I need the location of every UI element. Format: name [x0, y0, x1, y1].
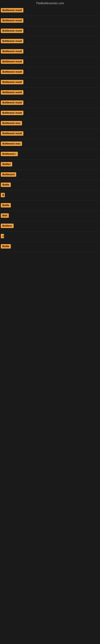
- bottleneck-badge-1[interactable]: Bottleneck result: [1, 8, 23, 12]
- result-item-7: Bottleneck result: [0, 67, 100, 78]
- result-item-10: Bottleneck result: [0, 98, 100, 108]
- bottleneck-badge-17[interactable]: Bottleneck: [1, 172, 16, 177]
- result-item-8: Bottleneck result: [0, 78, 100, 88]
- bottleneck-badge-6[interactable]: Bottleneck result: [1, 59, 23, 64]
- result-item-18: Bottle: [0, 180, 100, 190]
- site-title: TheBottlenecker.com: [0, 0, 100, 6]
- result-item-13: Bottleneck result: [0, 129, 100, 139]
- bottleneck-badge-11[interactable]: Bottleneck result: [1, 111, 23, 115]
- result-item-5: Bottleneck result: [0, 47, 100, 57]
- bottleneck-badge-21[interactable]: Bott: [1, 213, 9, 218]
- bottleneck-badge-15[interactable]: Bottleneck r: [1, 152, 18, 156]
- result-item-22: Bottlens: [0, 221, 100, 232]
- bottleneck-badge-22[interactable]: Bottlens: [1, 224, 14, 228]
- bottleneck-badge-18[interactable]: Bottle: [1, 182, 11, 187]
- bottleneck-badge-2[interactable]: Bottleneck result: [1, 18, 23, 23]
- result-item-1: Bottleneck result: [0, 6, 100, 16]
- result-item-3: Bottleneck result: [0, 26, 100, 36]
- bottleneck-badge-24[interactable]: Bottle: [1, 244, 11, 248]
- result-item-6: Bottleneck result: [0, 57, 100, 67]
- result-item-19: B: [0, 190, 100, 201]
- site-header: TheBottlenecker.com: [0, 0, 100, 6]
- result-item-17: Bottleneck: [0, 170, 100, 180]
- bottleneck-badge-19[interactable]: B: [1, 193, 5, 197]
- result-item-2: Bottleneck result: [0, 16, 100, 26]
- result-item-14: Bottleneck resu: [0, 139, 100, 149]
- bottleneck-badge-7[interactable]: Bottleneck result: [1, 70, 23, 74]
- result-item-20: Bottle: [0, 201, 100, 211]
- result-item-11: Bottleneck result: [0, 108, 100, 118]
- result-item-16: Bottlen: [0, 160, 100, 170]
- bottleneck-badge-4[interactable]: Bottleneck result: [1, 39, 23, 43]
- bottleneck-badge-16[interactable]: Bottlen: [1, 162, 12, 166]
- result-item-12: Bottleneck resu: [0, 118, 100, 129]
- bottleneck-badge-5[interactable]: Bottleneck result: [1, 49, 23, 54]
- bottleneck-badge-3[interactable]: Bottleneck result: [1, 28, 23, 33]
- bottleneck-badge-13[interactable]: Bottleneck result: [1, 131, 23, 136]
- bottleneck-badge-8[interactable]: Bottleneck result: [1, 80, 23, 84]
- result-item-24: Bottle: [0, 242, 100, 252]
- bottleneck-badge-12[interactable]: Bottleneck resu: [1, 121, 22, 126]
- results-list: Bottleneck resultBottleneck resultBottle…: [0, 6, 100, 252]
- result-item-15: Bottleneck r: [0, 149, 100, 160]
- result-item-23: s: [0, 232, 100, 242]
- bottleneck-badge-23[interactable]: s: [1, 234, 4, 238]
- bottleneck-badge-10[interactable]: Bottleneck result: [1, 100, 23, 105]
- bottleneck-badge-9[interactable]: Bottleneck result: [1, 90, 23, 94]
- bottleneck-badge-14[interactable]: Bottleneck resu: [1, 142, 22, 146]
- result-item-4: Bottleneck result: [0, 36, 100, 47]
- result-item-21: Bott: [0, 211, 100, 221]
- bottleneck-badge-20[interactable]: Bottle: [1, 203, 11, 208]
- result-item-9: Bottleneck result: [0, 88, 100, 98]
